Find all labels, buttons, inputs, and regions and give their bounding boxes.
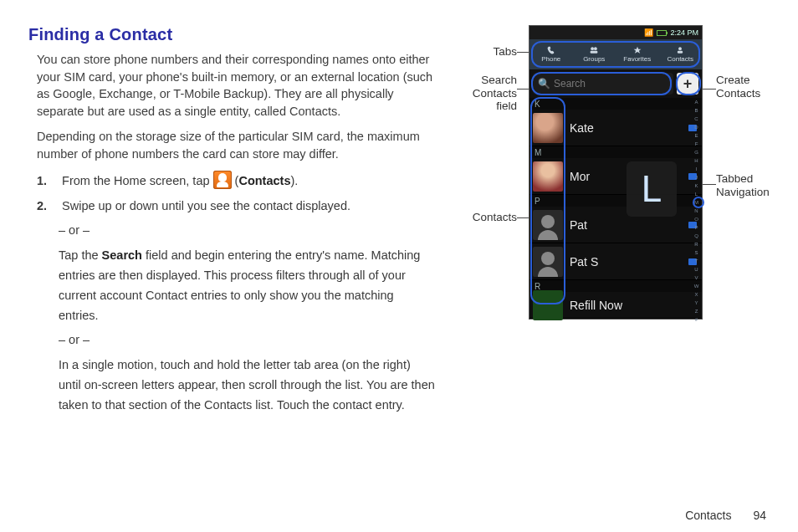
avatar: [533, 113, 563, 143]
avatar: [533, 247, 563, 277]
step-1-text-pre: From the Home screen, tap: [62, 174, 213, 187]
section-heading: Finding a Contact: [28, 25, 435, 44]
avatar: [533, 290, 563, 320]
index-letter[interactable]: #: [695, 317, 698, 322]
svg-rect-2: [591, 51, 598, 54]
contact-icon: [675, 46, 685, 54]
index-letter[interactable]: G: [694, 150, 698, 155]
svg-point-1: [594, 47, 597, 50]
index-letter[interactable]: H: [694, 158, 698, 163]
star-icon: [632, 46, 642, 54]
svg-point-3: [678, 47, 682, 50]
avatar: [533, 161, 563, 192]
index-letter[interactable]: S: [694, 250, 698, 255]
index-letter[interactable]: Y: [694, 300, 698, 305]
status-bar: 📶 2:24 PM: [529, 26, 702, 39]
phone-icon: [546, 46, 556, 54]
index-letter[interactable]: D: [694, 125, 698, 130]
index-letter[interactable]: W: [694, 284, 699, 289]
contacts-app-icon: [213, 171, 232, 189]
step-2: 2. Swipe up or down until you see the co…: [37, 197, 435, 216]
callout-tabs: Tabs: [452, 45, 517, 59]
index-letter[interactable]: Z: [695, 309, 698, 314]
step-2-alt-1: Tap the Search field and begin entering …: [59, 246, 435, 326]
index-letter-overlay: L: [627, 161, 677, 217]
index-letter[interactable]: F: [695, 141, 698, 146]
status-time: 2:24 PM: [670, 28, 698, 37]
step-2-text: Swipe up or down until you see the conta…: [62, 199, 350, 212]
tab-favorites[interactable]: Favorites: [616, 39, 659, 69]
svg-rect-4: [678, 51, 683, 54]
search-bold: Search: [102, 248, 142, 262]
groups-icon: [589, 46, 599, 54]
avatar: [533, 210, 563, 240]
intro-paragraph-2: Depending on the storage size of the par…: [37, 128, 435, 162]
footer-section-name: Contacts: [685, 509, 731, 522]
add-contact-button[interactable]: +: [677, 73, 698, 95]
index-letter[interactable]: K: [694, 183, 698, 188]
tab-groups[interactable]: Groups: [573, 39, 616, 69]
list-item[interactable]: Refill Now: [529, 292, 702, 319]
step-1-paren-close: ).: [290, 174, 298, 187]
index-letter[interactable]: T: [695, 258, 698, 263]
callout-tabbed-navigation: Tabbed Navigation: [716, 172, 791, 198]
highlight-index-dot: [693, 197, 704, 208]
section-header: M: [529, 146, 702, 158]
index-letter[interactable]: Q: [694, 233, 698, 238]
index-letter[interactable]: J: [695, 175, 698, 180]
index-letter[interactable]: C: [694, 116, 698, 121]
index-letter[interactable]: E: [694, 133, 698, 138]
index-letter[interactable]: O: [694, 217, 698, 222]
index-letter[interactable]: A: [694, 100, 698, 105]
step-1-bold: Contacts: [238, 174, 290, 187]
page-footer: Contacts 94: [685, 509, 766, 522]
index-letter[interactable]: P: [694, 225, 698, 230]
callout-search-field: Search Contacts field: [452, 74, 517, 113]
step-1: 1. From the Home screen, tap (Contacts).: [37, 171, 435, 191]
index-letter[interactable]: X: [694, 292, 698, 297]
svg-point-0: [591, 47, 595, 50]
index-letter[interactable]: B: [694, 108, 698, 113]
intro-paragraph-1: You can store phone numbers and their co…: [37, 51, 435, 120]
search-input[interactable]: 🔍 Search: [533, 73, 673, 95]
footer-page-number: 94: [753, 509, 766, 522]
step-2-alt-2: In a single motion, touch and hold the l…: [59, 356, 435, 416]
callout-create-contacts: Create Contacts: [716, 74, 783, 100]
index-letter[interactable]: N: [694, 208, 698, 213]
index-letter[interactable]: R: [694, 242, 698, 247]
list-item[interactable]: Kate: [529, 110, 702, 146]
battery-icon: [657, 30, 667, 36]
list-item[interactable]: Pat S: [529, 243, 702, 280]
search-icon: 🔍: [538, 78, 550, 90]
tab-contacts[interactable]: Contacts: [659, 39, 703, 69]
or-separator-2: – or –: [59, 330, 435, 350]
phone-screenshot: 📶 2:24 PM Phone Groups Favorit: [529, 25, 703, 320]
tab-phone[interactable]: Phone: [529, 39, 573, 69]
alphabet-index-rail[interactable]: ABCDEFGHIJKLMNOPQRSTUVWXYZ#: [692, 98, 701, 324]
search-placeholder: Search: [554, 78, 586, 90]
section-header: K: [529, 98, 702, 110]
or-separator-1: – or –: [59, 221, 435, 241]
callout-contacts: Contacts: [452, 211, 517, 224]
app-tabs[interactable]: Phone Groups Favorites Contacts: [529, 39, 702, 69]
index-letter[interactable]: V: [694, 275, 698, 280]
index-letter[interactable]: I: [696, 166, 698, 171]
index-letter[interactable]: U: [694, 267, 698, 272]
